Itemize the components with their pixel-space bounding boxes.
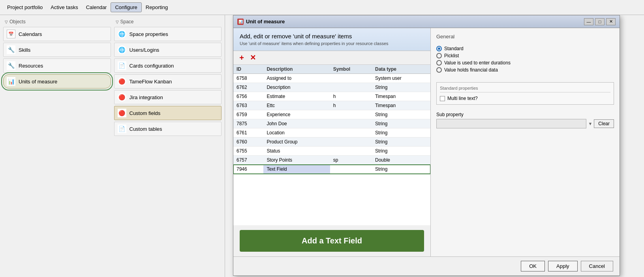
sidebar-item-cards-config[interactable]: 📄 Cards configuration — [114, 58, 222, 73]
radio-financial[interactable]: Value holds financial data — [436, 67, 614, 73]
cell-symbol — [330, 128, 372, 138]
sidebar-item-custom-fields[interactable]: 🔴 Custom fields — [114, 106, 222, 120]
dialog-toolbar: + ✕ — [233, 51, 430, 65]
space-label: Space — [120, 19, 134, 24]
dialog-left-panel: Add, edit or remove 'unit of measure' it… — [233, 28, 431, 256]
sidebar-item-tameflow[interactable]: 🔴 TameFlow Kanban — [114, 74, 222, 89]
col-datatype: Data type — [372, 65, 430, 74]
table-body: 6758Assigned toSystem user6762Descriptio… — [233, 74, 430, 174]
cell-datatype: System user — [372, 74, 430, 83]
dialog-body: Add, edit or remove 'unit of measure' it… — [233, 28, 620, 256]
cell-datatype: String — [372, 147, 430, 156]
resources-icon: 🔧 — [7, 61, 15, 70]
sidebar-item-skills[interactable]: 🔧 Skills — [3, 43, 111, 57]
table-row[interactable]: 6756EstimatehTimespan — [233, 92, 430, 101]
close-button[interactable]: ✕ — [606, 18, 616, 25]
table-row[interactable]: 6759ExperienceString — [233, 110, 430, 119]
units-label: Units of measure — [19, 79, 57, 85]
dialog-unit-of-measure: 📊 Unit of measure — □ ✕ Add, — [233, 15, 620, 276]
main-content: ▽ Objects 📅 Calendars 🔧 Skills 🔧 Resourc… — [0, 15, 644, 277]
add-text-field-button[interactable]: Add a Text Field — [240, 230, 424, 252]
cell-id: 6756 — [233, 92, 263, 101]
main-area: 📊 Unit of measure — □ ✕ Add, — [225, 15, 644, 277]
sidebar-item-space-properties[interactable]: 🌐 Space properties — [114, 27, 222, 41]
ok-button[interactable]: OK — [521, 261, 545, 271]
sidebar-item-custom-tables[interactable]: 📄 Custom tables — [114, 122, 222, 136]
radio-duration-label: Value is used to enter durations — [444, 60, 511, 66]
cell-id: 6758 — [233, 74, 263, 83]
sidebar-item-jira[interactable]: 🔴 Jira integration — [114, 90, 222, 104]
menu-active-tasks[interactable]: Active tasks — [47, 3, 82, 12]
cell-symbol: sp — [330, 156, 372, 165]
minimize-button[interactable]: — — [584, 18, 593, 25]
cell-description: Experience — [263, 110, 330, 119]
sub-property-clear-button[interactable]: Clear — [594, 119, 614, 128]
table-row[interactable]: 6757Story PointsspDouble — [233, 156, 430, 165]
menu-configure[interactable]: Configure — [111, 2, 141, 12]
resources-label: Resources — [19, 63, 43, 69]
cell-description: Assigned to — [263, 74, 330, 83]
cell-description: Ettc — [263, 101, 330, 110]
skills-label: Skills — [19, 47, 30, 53]
table-row[interactable]: 6758Assigned toSystem user — [233, 74, 430, 83]
dialog-titlebar: 📊 Unit of measure — □ ✕ — [233, 15, 620, 28]
custom-fields-label: Custom fields — [130, 110, 161, 116]
dialog-controls: — □ ✕ — [584, 18, 616, 25]
dialog-header-title: Add, edit or remove 'unit of measure' it… — [240, 33, 424, 40]
sidebar-item-resources[interactable]: 🔧 Resources — [3, 58, 111, 73]
standard-properties-panel: Standard properties Multi line text? — [436, 82, 614, 105]
add-item-button[interactable]: + — [237, 53, 246, 62]
cell-description: John Doe — [263, 119, 330, 128]
menu-reporting[interactable]: Reporting — [142, 3, 172, 12]
dialog-title-group: 📊 Unit of measure — [237, 19, 285, 25]
apply-button[interactable]: Apply — [548, 261, 578, 271]
menu-project-portfolio[interactable]: Project portfolio — [3, 3, 47, 12]
table-row[interactable]: 6763EttchTimespan — [233, 101, 430, 110]
users-logins-label: Users/Logins — [130, 47, 160, 53]
radio-picklist[interactable]: Picklist — [436, 53, 614, 58]
radio-group-general: Standard Picklist Value is used to enter… — [436, 46, 614, 73]
sidebar-item-units-of-measure[interactable]: 📊 Units of measure — [3, 74, 111, 89]
sub-property-select[interactable] — [436, 119, 586, 128]
sidebar-item-users-logins[interactable]: 🌐 Users/Logins — [114, 43, 222, 57]
cell-id: 6763 — [233, 101, 263, 110]
tameflow-icon: 🔴 — [118, 77, 126, 86]
jira-label: Jira integration — [130, 94, 163, 100]
dialog-footer: OK Apply Cancel — [233, 256, 620, 275]
custom-tables-label: Custom tables — [130, 126, 162, 132]
radio-duration[interactable]: Value is used to enter durations — [436, 60, 614, 66]
objects-label: Objects — [9, 19, 26, 24]
sidebar-item-calendars[interactable]: 📅 Calendars — [3, 27, 111, 41]
table-row[interactable]: 7946Text FieldString — [233, 165, 430, 174]
radio-picklist-circle — [436, 53, 442, 58]
table-row[interactable]: 6762DescriptionString — [233, 83, 430, 92]
cell-symbol — [330, 165, 372, 174]
cards-icon: 📄 — [118, 61, 126, 70]
col-symbol: Symbol — [330, 65, 372, 74]
radio-standard[interactable]: Standard — [436, 46, 614, 51]
cell-description: Story Points — [263, 156, 330, 165]
dialog-right-panel: General Standard Picklist — [431, 28, 620, 256]
dialog-icon: 📊 — [237, 19, 244, 25]
table-row[interactable]: 6755StatusString — [233, 147, 430, 156]
cell-description: Estimate — [263, 92, 330, 101]
objects-column: ▽ Objects 📅 Calendars 🔧 Skills 🔧 Resourc… — [3, 18, 111, 138]
calendars-label: Calendars — [19, 31, 42, 37]
table-row[interactable]: 6761LocationString — [233, 128, 430, 138]
maximize-button[interactable]: □ — [595, 18, 605, 25]
col-id: ID — [233, 65, 263, 74]
cell-symbol: h — [330, 101, 372, 110]
radio-financial-circle — [436, 67, 442, 73]
sidebar-columns: ▽ Objects 📅 Calendars 🔧 Skills 🔧 Resourc… — [3, 18, 222, 138]
cell-description: Text Field — [263, 165, 330, 174]
tameflow-label: TameFlow Kanban — [130, 79, 172, 85]
delete-item-button[interactable]: ✕ — [248, 53, 257, 62]
cell-datatype: String — [372, 119, 430, 128]
table-row[interactable]: 6760Product GroupString — [233, 138, 430, 147]
app-window: Project portfolio Active tasks Calendar … — [0, 0, 644, 277]
cancel-button[interactable]: Cancel — [581, 261, 613, 271]
table-row[interactable]: 7875John DoeString — [233, 119, 430, 128]
menu-calendar[interactable]: Calendar — [82, 3, 111, 12]
custom-fields-icon: 🔴 — [118, 109, 126, 117]
multiline-checkbox[interactable] — [440, 96, 445, 101]
